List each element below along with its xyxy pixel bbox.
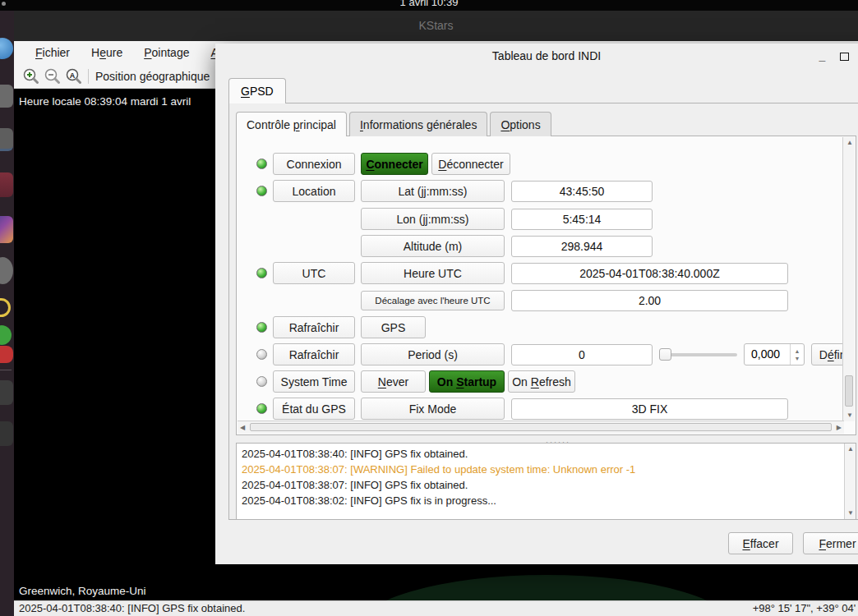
browser-icon[interactable] [0, 38, 13, 59]
altitude-field[interactable]: 298.944 [511, 236, 653, 257]
row-location: Location Lat (jj:mm:ss) 43:45:50 [238, 180, 653, 202]
dock-divider [0, 370, 12, 370]
spinbox-arrows-icon[interactable]: ▲▼ [790, 344, 804, 365]
log-pane[interactable]: 2025-04-01T08:38:40: [INFO] GPS fix obta… [236, 443, 856, 520]
find-object-icon[interactable]: A [63, 66, 85, 87]
utc-time-field[interactable]: 2025-04-01T08:38:40.000Z [511, 263, 788, 284]
app-dark2-icon[interactable] [0, 421, 13, 446]
utc-property-label: UTC [273, 262, 355, 284]
log-line: 2025-04-01T08:38:02: [INFO] GPS fix is i… [242, 493, 841, 508]
sky-location-label: Greenwich, Royaume-Uni [19, 585, 146, 597]
minimize-button[interactable]: _ [816, 51, 828, 62]
system-time-property-label: System Time [273, 370, 355, 393]
menu-fichier[interactable]: Fichier [35, 46, 70, 59]
dock [0, 11, 14, 616]
period-spinbox[interactable]: 0,000 ▲▼ [744, 343, 805, 365]
on-startup-button[interactable]: On Startup [429, 370, 505, 393]
row-altitude: Altitude (m) 298.944 [361, 235, 653, 257]
lat-field[interactable]: 43:45:50 [511, 181, 653, 202]
ring-icon[interactable] [0, 298, 11, 317]
scroll-down-icon[interactable]: ▼ [846, 411, 853, 420]
gps-status-property-label: État du GPS [273, 398, 355, 420]
vscroll-thumb[interactable] [845, 375, 853, 407]
refresh-property-label: Rafraîchir [273, 316, 355, 338]
clear-button[interactable]: Effacer [728, 532, 793, 554]
lat-button[interactable]: Lat (jj:mm:ss) [361, 180, 505, 202]
files-icon[interactable] [0, 85, 13, 108]
altitude-button[interactable]: Altitude (m) [361, 235, 505, 257]
log-line: 2025-04-01T08:38:07: [WARNING] Failed to… [242, 462, 841, 477]
connection-property-label: Connexion [273, 153, 355, 175]
zoom-in-icon[interactable] [21, 66, 42, 87]
kstars-window-title: KStars [14, 19, 858, 32]
location-property-label: Location [273, 180, 355, 202]
app-dark-icon[interactable] [0, 380, 13, 405]
utc-time-button[interactable]: Heure UTC [361, 262, 505, 284]
period-slider-handle[interactable] [659, 348, 671, 361]
close-button-label: Fermer [819, 537, 856, 550]
never-button[interactable]: Never [361, 370, 426, 393]
led-refresh-icon [256, 322, 267, 333]
tab-device-gpsd[interactable]: GPSD [228, 78, 286, 103]
control-viewport: Connexion Connecter Déconnecter Location… [238, 137, 844, 421]
set-period-button[interactable]: Définir [811, 343, 844, 365]
connect-button[interactable]: Connecter [361, 153, 428, 175]
menu-heure[interactable]: Heure [91, 46, 122, 59]
device-panel: Contrôle principal Informations générale… [228, 103, 858, 520]
period-field[interactable]: 0 [511, 344, 653, 365]
terminal-icon[interactable] [0, 128, 13, 151]
utc-offset-button[interactable]: Décalage avec l'heure UTC [361, 291, 505, 310]
shell-top-bar: 1 avril 10:39 [0, 0, 858, 11]
period-slider[interactable] [659, 343, 737, 365]
period-button[interactable]: Period (s) [361, 343, 505, 365]
control-vertical-scrollbar[interactable]: ▲ ▼ [842, 137, 855, 421]
disconnect-button[interactable]: Déconnecter [431, 153, 510, 175]
fix-mode-button[interactable]: Fix Mode [361, 398, 505, 420]
scroll-left-icon[interactable]: ◀ [240, 424, 245, 432]
log-scroll-down-icon[interactable]: ▼ [847, 509, 854, 517]
menu-pointage[interactable]: Pointage [144, 46, 189, 59]
log-scroll-up-icon[interactable]: ▲ [847, 445, 854, 453]
shell-clock[interactable]: 1 avril 10:39 [0, 0, 858, 8]
app-red-icon[interactable] [0, 172, 13, 197]
row-connection: Connexion Connecter Déconnecter [238, 153, 510, 175]
app-scarlet-icon[interactable] [0, 346, 13, 363]
horizon-ground [353, 575, 740, 600]
settings-icon[interactable] [0, 257, 13, 284]
on-refresh-button[interactable]: On Refresh [508, 370, 575, 393]
never-button-label: Never [378, 375, 408, 388]
scroll-right-icon[interactable]: ▶ [837, 424, 842, 432]
tab-general-info[interactable]: Informations générales [349, 112, 487, 136]
kstars-dock-icon[interactable] [0, 325, 12, 345]
gps-refresh-button[interactable]: GPS [361, 316, 426, 338]
fix-mode-field[interactable]: 3D FIX [511, 398, 788, 420]
control-scroll-area: Connexion Connecter Déconnecter Location… [236, 136, 856, 435]
indi-dialog-titlebar[interactable]: Tableau de bord INDI _ [215, 44, 858, 70]
photos-icon[interactable] [0, 216, 13, 243]
close-button[interactable]: Fermer [803, 532, 858, 554]
tab-options[interactable]: Options [490, 112, 551, 136]
scroll-up-icon[interactable]: ▲ [846, 139, 853, 147]
tab-main-control-label: Contrôle principal [247, 118, 336, 131]
lon-button[interactable]: Lon (jj:mm:ss) [361, 208, 505, 230]
log-vertical-scrollbar[interactable]: ▲ ▼ [844, 444, 856, 519]
row-refresh-period: Rafraîchir Period (s) 0 0,000 ▲▼ Définir [238, 343, 844, 365]
disconnect-button-label: Déconnecter [438, 158, 503, 171]
period-spinbox-value: 0,000 [751, 347, 780, 361]
utc-offset-field[interactable]: 2.00 [511, 290, 788, 311]
lon-field[interactable]: 5:45:14 [511, 209, 653, 230]
led-location-icon [256, 186, 267, 196]
maximize-button[interactable] [838, 51, 851, 62]
log-line: 2025-04-01T08:38:07: [INFO] GPS fix obta… [242, 477, 841, 493]
tab-main-control[interactable]: Contrôle principal [236, 112, 347, 136]
led-gps-status-icon [256, 403, 267, 414]
control-horizontal-scrollbar[interactable]: ◀ ▶ [238, 421, 844, 434]
indi-dialog: Tableau de bord INDI _ GPSD Contrôle pri… [215, 44, 858, 564]
zoom-out-icon[interactable] [42, 66, 63, 87]
hscroll-thumb[interactable] [250, 423, 832, 431]
tab-options-label: Options [501, 118, 540, 131]
log-lines: 2025-04-01T08:38:40: [INFO] GPS fix obta… [242, 446, 841, 508]
splitter-handle[interactable]: ······ [229, 436, 858, 443]
toolbar-position-label[interactable]: Position géographique [95, 70, 210, 83]
row-utc: UTC Heure UTC 2025-04-01T08:38:40.000Z [238, 262, 788, 284]
